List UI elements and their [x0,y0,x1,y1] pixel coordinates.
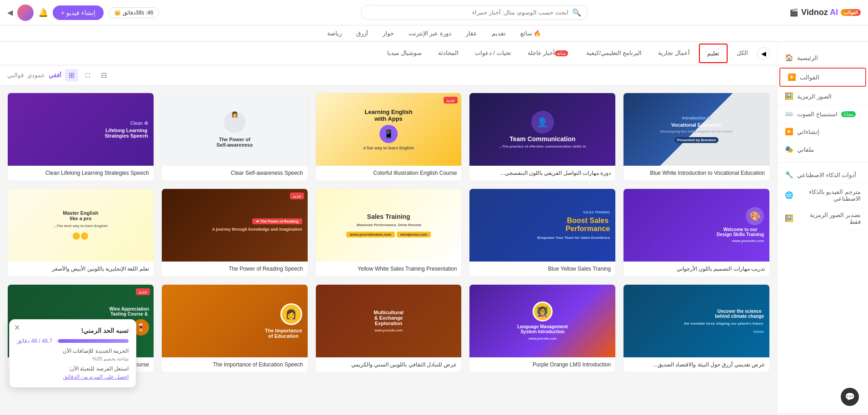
tag-item[interactable]: عقار [463,29,480,38]
sidebar-item-ai-tools[interactable]: أدوات الذكاء الاصطناعي 🔧 [778,166,868,184]
sidebar-item-voice-clone[interactable]: مجاناً استنساخ الصوت ⌨️ [778,105,868,123]
search-input[interactable] [368,9,569,16]
template-card[interactable]: 🎨 Welcome to ourDesign Skills Training w… [623,188,770,277]
sidebar-item-templates[interactable]: القوالب ▶️ [779,68,866,87]
cat-item-business[interactable]: أعمال تجارية [651,44,697,63]
card-title: Colorful Illustration English Course [316,166,462,181]
top-navigation: القوالب Vidnoz AI 🎬 🔍 38s :46دقائق 👑 إنش… [0,0,868,25]
free-badge: مجاناً [841,111,856,117]
template-card[interactable]: Introduction to Vocational Education Dev… [623,93,770,181]
template-card[interactable]: SALES TRAINING Boost SalesPerformance Em… [469,188,616,277]
cat-item-all[interactable]: الكل [729,44,755,63]
template-card[interactable]: 👤 Team Communication The practice of eff… [469,93,616,181]
tags-row: 🔥 سائع تقديم عقار دورة عبر الإنترنت حوار… [0,25,868,42]
search-icon: 🔍 [572,8,581,17]
card-title: عرض للتبادل الثقافي باللونين السني والكر… [316,357,462,372]
notification-popup: ✕ تسبه الحد الرمني! 46.7 / 48 دقائق الحز… [9,319,136,388]
tag-item[interactable]: تقديم [489,29,509,38]
card-title: عرض تقديمي أزرق حول البيئة والاقتصاد الص… [624,357,769,372]
popup-sub: متاحة بخصم 20% [17,356,129,362]
sidebar-item-my-files[interactable]: ملفاتي 🎭 [778,141,868,158]
new-badge: جديد [444,97,458,104]
cat-item-social[interactable]: سوشيال ميديا [380,44,429,63]
tag-item[interactable]: رياضة [324,29,344,38]
category-nav: ◀ الكل تعليم أعمال تجارية البرنامج التعل… [0,42,777,65]
view-label-horizontal: أفقي [49,72,61,79]
template-card[interactable]: جديد Learning Englishwith Apps 📱 A fun w… [315,93,462,181]
ai-translator-label: مترجم الفيديو بالذكاء الاصطناعي [797,188,861,202]
create-video-button[interactable]: إنشاء فيديو + [53,5,104,20]
cat-item-tutorial[interactable]: البرنامج التعليمي/كيفية [579,44,649,63]
cat-item-conversation[interactable]: المحادثة [431,44,466,63]
trending-badge: شائع [555,50,568,56]
tag-item[interactable]: حوار [380,29,397,38]
home-icon: 🏠 [785,54,793,62]
notification-bell[interactable]: 🔔 [38,8,48,18]
new-badge: جديد [136,288,150,295]
search-bar[interactable]: 🔍 [361,5,588,20]
template-card[interactable]: Master Englishlike a pro The best way to… [7,188,154,277]
progress-bar [56,339,129,343]
template-card[interactable]: جديد The Power of Reading ➡ A journey th… [161,188,308,277]
progress-fill [58,339,129,343]
chat-icon[interactable]: 💬 [841,388,859,406]
translator-icon: 🌐 [785,191,793,199]
template-card[interactable]: Sales Training Maximize Performance. Dri… [315,188,462,277]
user-avatar[interactable] [17,5,34,21]
card-title: دورة مهارات التواصل الفريقي باللون البنف… [469,166,615,181]
view-grid-btn[interactable]: ⊞ [65,69,78,81]
template-card[interactable]: Uncover the sciencebehind climate change… [623,284,770,373]
export-icon: 🖼️ [785,214,793,222]
card-title: The Power of Reading Speech [162,262,308,277]
back-button[interactable]: ◀ [7,8,13,17]
card-title: Yellow White Sales Training Presentation [316,262,462,277]
minutes-badge: 38s :46دقائق 👑 [108,7,159,18]
template-card[interactable]: MulticulturalExchange &Exploration www.y… [315,284,462,373]
view-vertical-btn[interactable]: □ [82,69,94,81]
card-title: Clear Self-awareness Speech [162,166,308,181]
creations-icon: ▶️ [785,128,793,136]
tag-item[interactable]: أزرق [354,29,371,38]
cat-item-news[interactable]: شائعأخبار عاجلة [520,44,578,63]
cat-nav-back[interactable]: ◀ [757,47,770,60]
popup-progress: 46.7 / 48 دقائق [17,338,129,344]
card-title: Blue Yellow Sales Traning [469,262,615,277]
popup-link[interactable]: احصل على المزيد من الدقائق [17,374,129,380]
progress-label: 46.7 / 48 دقائق [17,338,52,344]
cat-item-education[interactable]: تعليم [699,44,728,63]
ai-tools-icon: 🔧 [785,171,793,179]
sidebar-item-my-creations[interactable]: إنشاءاتي ▶️ [778,123,868,141]
new-badge: جديد [290,193,304,199]
card-title: Purple Orange LMS Introduction [469,357,615,372]
popup-description: الحزمة الجديدة للإضافات الآن [17,348,129,354]
card-thumbnail: ♻ Clean Lifelong LearningStrategies Spee… [8,93,154,166]
tag-item[interactable]: 🔥 سائع [518,29,544,38]
card-thumbnail: Introduction to Vocational Education Dev… [624,93,769,166]
card-thumbnail: 👩 The Power ofSelf-awareness [162,93,308,166]
avatars-label: الصور الرمزية [797,93,832,100]
sidebar-item-avatars[interactable]: الصور الرمزية 🖼️ [778,88,868,105]
tag-item[interactable]: دورة عبر الإنترنت [406,29,454,38]
template-card[interactable]: 👩 The Power ofSelf-awareness Clear Self-… [161,93,308,181]
popup-close-button[interactable]: ✕ [14,323,20,332]
view-horizontal-btn[interactable]: ⊟ [97,69,110,81]
sidebar-item-home[interactable]: الرئيسية 🏠 [778,49,868,67]
template-card[interactable]: 👩‍🏫 Language ManagementSystem Introducti… [469,284,616,373]
card-title: Clean Lifelong Learning Strategies Speec… [8,166,154,181]
card-title: The Importance of Education Speech [162,357,308,372]
card-title: Blue White Introduction to Vocational Ed… [624,166,769,181]
cat-item-greetings[interactable]: تحيات / دعوات [468,44,519,63]
right-sidebar: الرئيسية 🏠 القوالب ▶️ الصور الرمزية 🖼️ م… [777,42,868,413]
view-label-my: قوالبي [7,72,24,79]
card-thumbnail: MulticulturalExchange &Exploration www.y… [316,285,462,357]
my-creations-label: إنشاءاتي [797,128,819,135]
template-card[interactable]: ♻ Clean Lifelong LearningStrategies Spee… [7,93,154,181]
view-label-vertical: عمودي [27,72,45,79]
template-card[interactable]: 👩 The Importanceof Education The Importa… [161,284,308,373]
sidebar-item-ai-translator[interactable]: مترجم الفيديو بالذكاء الاصطناعي 🌐 [778,184,868,207]
card-thumbnail: Master Englishlike a pro The best way to… [8,189,154,262]
card-thumbnail: جديد Learning Englishwith Apps 📱 A fun w… [316,93,462,166]
avatar-icon: 🖼️ [785,92,793,100]
sidebar-item-export-avatars[interactable]: تصدير الصور الرمزية فقط 🖼️ [778,207,868,230]
card-thumbnail: جديد The Power of Reading ➡ A journey th… [162,189,308,262]
